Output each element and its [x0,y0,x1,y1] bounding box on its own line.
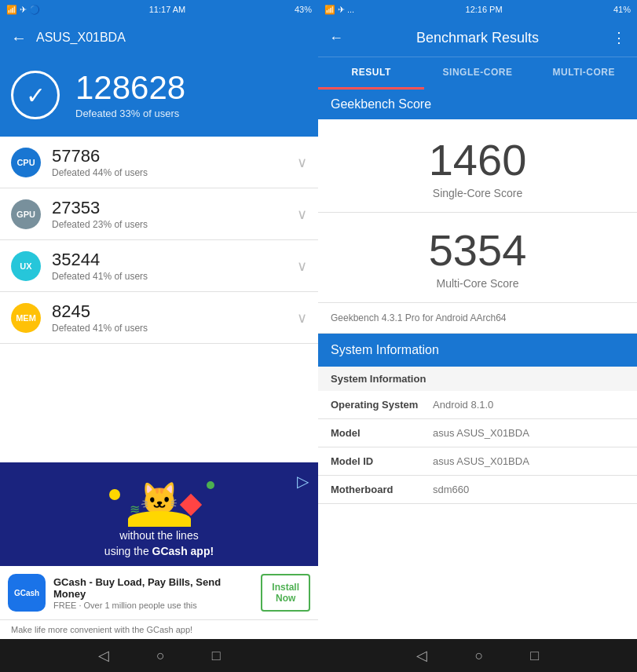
ad-banner: ▷ ≋ 🐱 with [0,462,318,619]
gpu-badge: GPU [11,199,41,229]
geekbench-info: Geekbench 4.3.1 Pro for Android AArch64 [318,303,637,334]
right-nav-bar: ◁ ○ □ [319,639,638,672]
metric-row-mem[interactable]: MEM 8245 Defeated 41% of users ∨ [0,292,318,344]
right-airplane-icon: ✈ [338,5,345,15]
left-back-button[interactable]: ← [11,29,27,47]
sysinfo-row-motherboard: Motherboard sdm660 [318,476,637,504]
cpu-chevron-icon: ∨ [297,154,307,171]
cpu-badge: CPU [11,148,41,177]
mem-value: 8245 [52,301,286,322]
left-battery: 43% [295,5,312,14]
gpu-chevron-icon: ∨ [297,206,307,223]
single-core-display: 1460 Single-Core Score [318,119,637,213]
ad-subtitle: FREE · Over 1 million people use this [53,601,253,610]
system-info-subheader: System Information [318,367,637,391]
sysinfo-val-os: Android 8.1.0 [433,399,624,411]
sysinfo-key-motherboard: Motherboard [331,484,433,495]
right-time: 12:16 PM [466,5,503,14]
right-header: ← Benchmark Results ⋮ [318,19,637,57]
right-panel: ← Benchmark Results ⋮ RESULT SINGLE-CORE… [318,19,637,639]
right-back-nav-icon[interactable]: ◁ [416,647,427,664]
ux-desc: Defeated 41% of users [52,271,286,282]
install-now-button[interactable]: InstallNow [261,574,310,612]
left-home-nav-icon[interactable]: ○ [156,648,165,664]
left-panel: ← ASUS_X01BDA ✓ 128628 Defeated 33% of u… [0,19,318,639]
ad-top: ▷ ≋ 🐱 with [0,462,318,566]
ad-line2: using the [104,545,152,557]
ad-line1: without the lines [119,529,198,542]
score-section: ✓ 128628 Defeated 33% of users [0,57,318,137]
score-circle: ✓ [11,71,60,119]
left-header: ← ASUS_X01BDA [0,19,318,57]
right-header-title: Benchmark Results [343,30,612,46]
sysinfo-val-modelid: asus ASUS_X01BDA [433,455,624,467]
metric-row-gpu[interactable]: GPU 27353 Defeated 23% of users ∨ [0,188,318,240]
metrics-list: CPU 57786 Defeated 44% of users ∨ GPU 27… [0,137,318,462]
multi-core-score: 5354 [331,228,624,272]
total-score: 128628 [75,71,185,104]
tab-multi-core[interactable]: MULTI-CORE [531,57,637,89]
tab-single-core[interactable]: SINGLE-CORE [424,57,530,89]
geekbench-title: Geekbench Score [318,89,637,119]
status-bar-left: 📶 ✈ 🔵 11:17 AM 43% [0,0,318,19]
wifi-icon: 📶 [6,5,17,15]
gpu-info: 27353 Defeated 23% of users [52,198,286,230]
ux-badge: UX [11,251,41,281]
deco-circle2 [207,481,214,489]
mem-info: 8245 Defeated 41% of users [52,301,286,334]
right-battery: 41% [613,5,631,14]
system-info-table: System Information Operating System Andr… [318,367,637,504]
ux-value: 35244 [52,250,286,270]
metric-row-cpu[interactable]: CPU 57786 Defeated 44% of users ∨ [0,137,318,188]
ux-info: 35244 Defeated 41% of users [52,250,286,282]
right-status-icons: 📶 ✈ ... [324,5,354,15]
sysinfo-val-motherboard: sdm660 [433,484,624,495]
single-core-label: Single-Core Score [331,187,624,199]
ad-text-info: GCash - Buy Load, Pay Bills, Send Money … [53,576,253,610]
left-status-icons: 📶 ✈ 🔵 [6,5,40,15]
right-signal-icon: ... [347,5,354,14]
checkmark-icon: ✓ [26,82,46,109]
ad-bottom: GCash GCash - Buy Load, Pay Bills, Send … [0,566,318,619]
sysinfo-key-os: Operating System [331,399,433,411]
ad-line2-bold: GCash app! [152,545,214,557]
mem-chevron-icon: ∨ [297,309,307,327]
right-wifi-icon: 📶 [324,5,335,15]
left-nav-bar: ◁ ○ □ [0,639,319,672]
sysinfo-row-modelid: Model ID asus ASUS_X01BDA [318,447,637,476]
sysinfo-key-modelid: Model ID [331,455,433,467]
cpu-info: 57786 Defeated 44% of users [52,146,286,178]
left-battery-icons: 43% [295,5,312,14]
ad-title: GCash - Buy Load, Pay Bills, Send Money [53,576,253,600]
left-recents-nav-icon[interactable]: □ [212,648,221,664]
ad-logo: GCash [8,574,46,612]
mem-badge: MEM [11,303,41,333]
score-info: 128628 Defeated 33% of users [75,71,185,119]
right-recents-nav-icon[interactable]: □ [530,648,539,664]
sysinfo-row-os: Operating System Android 8.1.0 [318,391,637,419]
metric-row-ux[interactable]: UX 35244 Defeated 41% of users ∨ [0,240,318,292]
left-time: 11:17 AM [149,5,185,14]
system-info-header: System Information [318,334,637,367]
deco-diamond [179,494,201,516]
tabs-bar: RESULT SINGLE-CORE MULTI-CORE [318,57,637,89]
right-home-nav-icon[interactable]: ○ [474,648,483,664]
sysinfo-key-model: Model [331,427,433,439]
deco-circle [109,489,120,500]
sysinfo-row-model: Model asus ASUS_X01BDA [318,419,637,447]
navigation-bars: ◁ ○ □ ◁ ○ □ [0,639,637,672]
left-header-title: ASUS_X01BDA [36,31,126,45]
right-menu-button[interactable]: ⋮ [612,29,626,46]
right-back-button[interactable]: ← [329,30,343,46]
multi-core-display: 5354 Multi-Core Score [318,213,637,303]
left-back-nav-icon[interactable]: ◁ [98,647,109,664]
score-subtitle: Defeated 33% of users [75,108,185,119]
multi-core-label: Multi-Core Score [331,277,624,290]
mem-desc: Defeated 41% of users [52,323,286,334]
airplane-icon: ✈ [20,5,27,15]
ux-chevron-icon: ∨ [297,257,307,275]
tab-result[interactable]: RESULT [318,57,424,89]
right-battery-section: 41% [613,5,631,14]
gpu-value: 27353 [52,198,286,218]
ad-footer: Make life more convenient with the GCash… [0,619,318,639]
